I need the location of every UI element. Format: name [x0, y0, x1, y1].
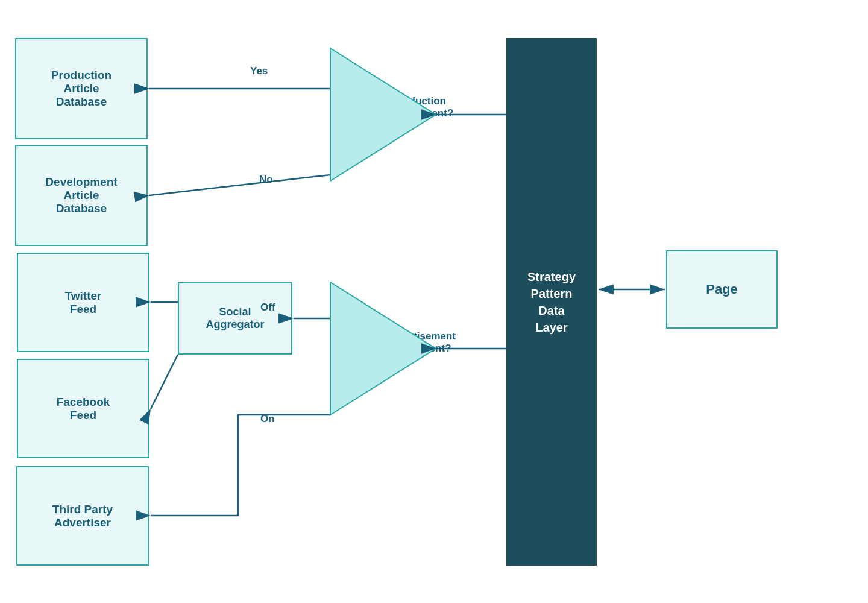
- ad-experiment-label: Advertisement Experiment?: [385, 330, 456, 355]
- twitter-feed-box: Twitter Feed: [17, 253, 149, 352]
- social-aggregator-box: Social Aggregator: [178, 282, 292, 355]
- strategy-layer-label: Strategy Pattern Data Layer: [527, 268, 576, 336]
- page-label: Page: [706, 282, 738, 297]
- facebook-feed-box: Facebook Feed: [17, 359, 149, 458]
- strategy-pattern-data-layer-box: Strategy Pattern Data Layer: [506, 38, 597, 566]
- on-label: On: [260, 413, 275, 425]
- social-aggregator-label: Social Aggregator: [206, 306, 264, 331]
- no-label: No: [259, 174, 273, 186]
- facebook-feed-label: Facebook Feed: [57, 396, 110, 422]
- yes-label: Yes: [250, 65, 268, 77]
- svg-line-8: [149, 175, 330, 195]
- development-db-label: Development Article Database: [45, 175, 117, 215]
- production-env-label: Production Environment?: [385, 95, 453, 119]
- third-party-label: Third Party Advertiser: [52, 503, 113, 529]
- twitter-feed-label: Twitter Feed: [65, 289, 102, 316]
- production-article-database-box: Production Article Database: [15, 38, 148, 139]
- diagram-container: Production Article Database Development …: [0, 0, 868, 603]
- third-party-advertiser-box: Third Party Advertiser: [16, 466, 149, 566]
- svg-line-12: [151, 355, 178, 409]
- page-box: Page: [666, 250, 778, 329]
- development-article-database-box: Development Article Database: [15, 145, 148, 246]
- production-db-label: Production Article Database: [51, 69, 112, 109]
- off-label: Off: [260, 302, 275, 314]
